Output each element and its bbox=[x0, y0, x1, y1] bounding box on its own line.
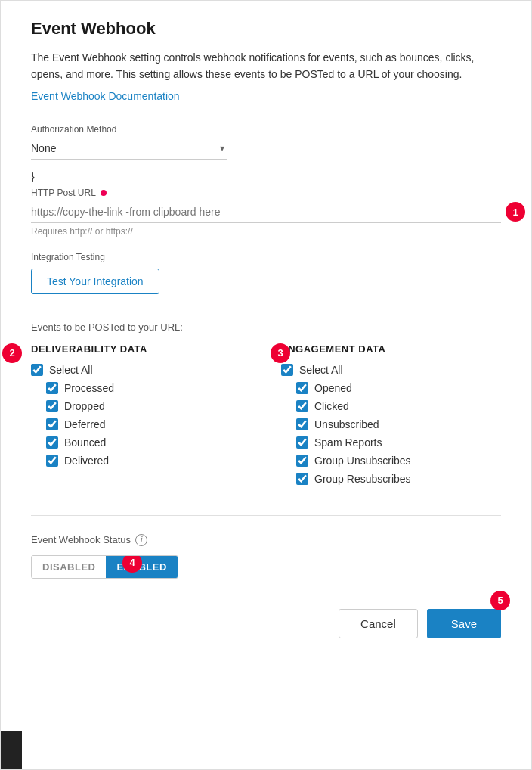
save-button[interactable]: Save bbox=[427, 609, 501, 638]
deliverability-select-all-label: Select All bbox=[49, 364, 93, 376]
url-input-row: 1 bbox=[31, 201, 501, 223]
badge-5: 5 bbox=[490, 591, 510, 610]
brace-text: } bbox=[31, 167, 501, 186]
auth-method-section: Authorization Method None Basic Auth OAu… bbox=[31, 124, 501, 160]
deliverability-delivered-checkbox[interactable] bbox=[46, 455, 58, 467]
deliverability-deferred-label: Deferred bbox=[64, 418, 105, 430]
deliverability-dropped-checkbox[interactable] bbox=[46, 400, 58, 412]
events-section-label: Events to be POSTed to your URL: bbox=[31, 321, 501, 333]
events-section: Events to be POSTed to your URL: 2 DELIV… bbox=[31, 321, 501, 491]
auth-method-wrapper: None Basic Auth OAuth 2.0 ▾ bbox=[31, 138, 227, 160]
info-icon[interactable]: i bbox=[135, 534, 147, 546]
integration-testing-section: Integration Testing Test Your Integratio… bbox=[31, 252, 501, 294]
deliverability-delivered-row[interactable]: Delivered bbox=[46, 455, 251, 467]
engagement-group-resubscribes-checkbox[interactable] bbox=[296, 473, 308, 485]
events-columns: 2 DELIVERABILITY DATA Select All Process… bbox=[31, 343, 501, 491]
engagement-unsubscribed-checkbox[interactable] bbox=[296, 418, 308, 430]
engagement-group-unsubscribes-checkbox[interactable] bbox=[296, 455, 308, 467]
badge-3: 3 bbox=[271, 343, 290, 363]
engagement-select-all-label: Select All bbox=[299, 364, 343, 376]
badge-1: 1 bbox=[506, 202, 525, 222]
engagement-spam-reports-label: Spam Reports bbox=[314, 436, 382, 449]
engagement-spam-reports-checkbox[interactable] bbox=[296, 436, 308, 449]
engagement-unsubscribed-label: Unsubscribed bbox=[314, 418, 379, 430]
toggle-disabled-option[interactable]: DISABLED bbox=[32, 556, 106, 578]
integration-testing-label: Integration Testing bbox=[31, 252, 501, 262]
engagement-select-all-row[interactable]: Select All bbox=[281, 364, 501, 376]
engagement-unsubscribed-row[interactable]: Unsubscribed bbox=[296, 418, 501, 430]
engagement-group-resubscribes-row[interactable]: Group Resubscribes bbox=[296, 473, 501, 485]
deliverability-column: 2 DELIVERABILITY DATA Select All Process… bbox=[31, 343, 251, 491]
auth-method-select[interactable]: None Basic Auth OAuth 2.0 bbox=[31, 138, 227, 160]
engagement-group-unsubscribes-label: Group Unsubscribes bbox=[314, 455, 411, 467]
deliverability-bounced-row[interactable]: Bounced bbox=[46, 436, 251, 449]
required-indicator bbox=[101, 190, 107, 196]
webhook-status-text: Event Webhook Status bbox=[31, 534, 131, 545]
section-divider bbox=[31, 515, 501, 516]
engagement-column: 3 ENGAGEMENT DATA Select All Opened Clic… bbox=[281, 343, 501, 491]
deliverability-title: DELIVERABILITY DATA bbox=[31, 343, 251, 355]
engagement-opened-checkbox[interactable] bbox=[296, 382, 308, 394]
doc-link[interactable]: Event Webhook Documentation bbox=[31, 90, 180, 102]
deliverability-processed-checkbox[interactable] bbox=[46, 382, 58, 394]
test-integration-button[interactable]: Test Your Integration bbox=[31, 269, 159, 294]
deliverability-delivered-label: Delivered bbox=[64, 455, 109, 467]
sidebar-accent bbox=[1, 731, 22, 769]
footer-actions: 5 Cancel Save bbox=[31, 609, 501, 638]
deliverability-processed-label: Processed bbox=[64, 382, 114, 394]
url-hint: Requires http:// or https:// bbox=[31, 226, 501, 237]
toggle-container: DISABLED ENABLED 4 bbox=[31, 555, 178, 579]
http-url-label: HTTP Post URL bbox=[31, 188, 96, 198]
engagement-clicked-row[interactable]: Clicked bbox=[296, 400, 501, 412]
deliverability-dropped-label: Dropped bbox=[64, 400, 105, 412]
badge-2: 2 bbox=[2, 343, 22, 363]
deliverability-deferred-checkbox[interactable] bbox=[46, 418, 58, 430]
deliverability-select-all-checkbox[interactable] bbox=[31, 364, 43, 376]
deliverability-select-all-row[interactable]: Select All bbox=[31, 364, 251, 376]
engagement-opened-row[interactable]: Opened bbox=[296, 382, 501, 394]
engagement-spam-reports-row[interactable]: Spam Reports bbox=[296, 436, 501, 449]
deliverability-bounced-label: Bounced bbox=[64, 436, 106, 449]
auth-method-label: Authorization Method bbox=[31, 124, 501, 135]
engagement-clicked-checkbox[interactable] bbox=[296, 400, 308, 412]
engagement-group-unsubscribes-row[interactable]: Group Unsubscribes bbox=[296, 455, 501, 467]
toggle-enabled-option[interactable]: ENABLED bbox=[106, 556, 177, 578]
deliverability-deferred-row[interactable]: Deferred bbox=[46, 418, 251, 430]
webhook-status-section: Event Webhook Status i DISABLED ENABLED … bbox=[31, 534, 501, 579]
main-container: Event Webhook The Event Webhook setting … bbox=[0, 0, 532, 770]
webhook-status-label-row: Event Webhook Status i bbox=[31, 534, 501, 546]
page-description: The Event Webhook setting controls webho… bbox=[31, 49, 501, 83]
url-input[interactable] bbox=[31, 201, 501, 223]
page-title: Event Webhook bbox=[31, 19, 501, 39]
engagement-clicked-label: Clicked bbox=[314, 400, 349, 412]
deliverability-dropped-row[interactable]: Dropped bbox=[46, 400, 251, 412]
deliverability-bounced-checkbox[interactable] bbox=[46, 436, 58, 449]
deliverability-processed-row[interactable]: Processed bbox=[46, 382, 251, 394]
engagement-group-resubscribes-label: Group Resubscribes bbox=[314, 473, 411, 485]
http-url-label-row: HTTP Post URL bbox=[31, 188, 501, 198]
engagement-select-all-checkbox[interactable] bbox=[281, 364, 293, 376]
engagement-title: ENGAGEMENT DATA bbox=[281, 343, 501, 355]
cancel-button[interactable]: Cancel bbox=[339, 609, 418, 638]
engagement-opened-label: Opened bbox=[314, 382, 352, 394]
